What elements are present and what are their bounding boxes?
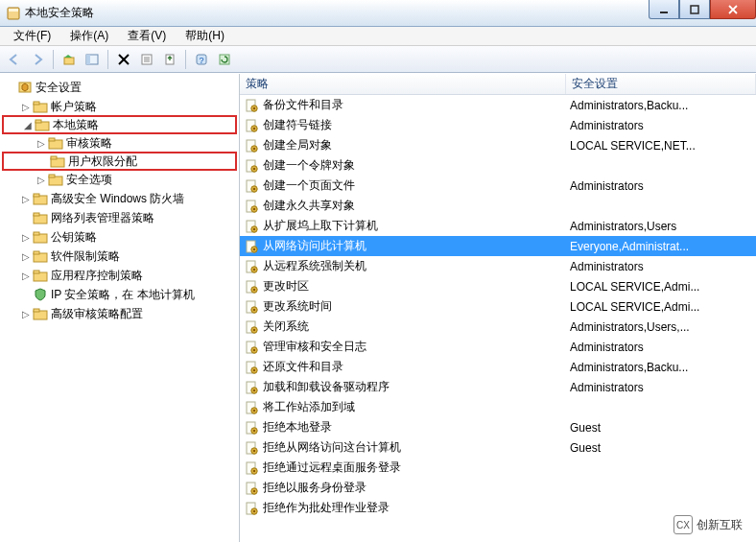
tree-item[interactable]: 网络列表管理器策略: [2, 208, 237, 227]
list-row[interactable]: 从网络访问此计算机Everyone,Administrat...: [240, 236, 756, 256]
expander-icon[interactable]: ▷: [19, 271, 33, 281]
tree-item-label: 安全选项: [66, 172, 112, 188]
properties-button[interactable]: [136, 49, 157, 70]
policy-text: 从网络访问此计算机: [263, 238, 366, 254]
list-row[interactable]: 创建一个令牌对象: [240, 155, 756, 176]
expander-icon[interactable]: ▷: [19, 194, 33, 204]
menu-action[interactable]: 操作(A): [60, 26, 118, 46]
svg-rect-104: [253, 510, 255, 512]
policy-icon: [244, 239, 259, 254]
menu-help[interactable]: 帮助(H): [176, 26, 234, 46]
cell-setting: Administrators,Backu...: [566, 361, 756, 374]
policy-icon: [244, 501, 259, 516]
expander-icon[interactable]: ▷: [19, 102, 33, 112]
list-row[interactable]: 备份文件和目录Administrators,Backu...: [240, 95, 756, 115]
svg-rect-92: [253, 430, 255, 432]
expander-icon[interactable]: ▷: [35, 138, 48, 149]
svg-rect-37: [34, 251, 39, 254]
tree-item[interactable]: ▷应用程序控制策略: [2, 266, 237, 285]
menu-view[interactable]: 查看(V): [118, 26, 176, 46]
refresh-button[interactable]: [214, 49, 235, 70]
forward-button[interactable]: [27, 49, 48, 70]
show-hide-tree-button[interactable]: [82, 49, 103, 70]
policy-icon: [244, 440, 259, 456]
security-root-icon: [17, 80, 33, 95]
list-row[interactable]: 加载和卸载设备驱动程序Administrators: [240, 377, 756, 397]
list-panel: 策略 安全设置 备份文件和目录Administrators,Backu...创建…: [240, 74, 756, 542]
tree-item-label: 高级审核策略配置: [51, 306, 143, 322]
list-row[interactable]: 关闭系统Administrators,Users,...: [240, 317, 756, 337]
list-row[interactable]: 还原文件和目录Administrators,Backu...: [240, 357, 756, 377]
list-row[interactable]: 创建一个页面文件Administrators: [240, 176, 756, 196]
app-icon: [6, 6, 21, 21]
list-row[interactable]: 拒绝本地登录Guest: [240, 417, 756, 437]
tree-item[interactable]: IP 安全策略，在 本地计算机: [2, 285, 237, 304]
list-row[interactable]: 拒绝从网络访问这台计算机Guest: [240, 437, 756, 458]
watermark-logo-icon: CX: [673, 515, 693, 534]
list-row[interactable]: 更改时区LOCAL SERVICE,Admi...: [240, 276, 756, 296]
list-row[interactable]: 将工作站添加到域: [240, 397, 756, 417]
tree-item[interactable]: ▷公钥策略: [2, 227, 237, 247]
up-button[interactable]: [59, 49, 80, 70]
policy-icon: [244, 460, 259, 476]
folder-icon: [35, 117, 50, 132]
list-row[interactable]: 创建永久共享对象: [240, 196, 756, 216]
help-button[interactable]: ?: [191, 49, 212, 70]
tree-item-label: IP 安全策略，在 本地计算机: [51, 287, 195, 303]
expander-icon[interactable]: ▷: [19, 251, 33, 262]
cell-policy: 从扩展坞上取下计算机: [240, 218, 566, 234]
list-row[interactable]: 从远程系统强制关机Administrators: [240, 256, 756, 276]
folder-icon: [33, 99, 48, 114]
svg-rect-80: [253, 349, 255, 351]
list-row[interactable]: 拒绝通过远程桌面服务登录: [240, 458, 756, 478]
close-button[interactable]: [710, 0, 756, 19]
policy-icon: [244, 98, 259, 113]
cell-setting: LOCAL SERVICE,Admi...: [566, 300, 756, 314]
cell-policy: 拒绝本地登录: [240, 419, 566, 436]
list-row[interactable]: 更改系统时间LOCAL SERVICE,Admi...: [240, 296, 756, 317]
back-button[interactable]: [4, 49, 25, 70]
tree-item-label: 用户权限分配: [68, 153, 137, 170]
cell-policy: 还原文件和目录: [240, 359, 566, 375]
cell-setting: Guest: [566, 421, 756, 435]
minimize-button[interactable]: [649, 0, 679, 19]
list-row[interactable]: 管理审核和安全日志Administrators: [240, 337, 756, 357]
expander-icon[interactable]: ▷: [19, 309, 33, 319]
toolbar-separator: [185, 50, 186, 69]
maximize-button[interactable]: [679, 0, 710, 19]
cell-policy: 管理审核和安全日志: [240, 339, 566, 355]
svg-rect-83: [253, 369, 255, 371]
tree-item[interactable]: ▷审核策略: [2, 133, 237, 153]
tree-item[interactable]: ▷高级审核策略配置: [2, 304, 237, 323]
tree-item[interactable]: ▷软件限制策略: [2, 247, 237, 266]
menu-file[interactable]: 文件(F): [4, 26, 60, 46]
policy-icon: [244, 400, 259, 415]
list-row[interactable]: 拒绝以服务身份登录: [240, 478, 756, 498]
expander-icon[interactable]: ▷: [35, 175, 48, 185]
list-row[interactable]: 创建全局对象LOCAL SERVICE,NET...: [240, 135, 756, 155]
list-row[interactable]: 创建符号链接Administrators: [240, 115, 756, 135]
export-button[interactable]: [159, 49, 180, 70]
tree-panel[interactable]: 安全设置 ▷帐户策略◢本地策略▷审核策略用户权限分配▷安全选项▷高级安全 Win…: [0, 74, 240, 542]
tree-item[interactable]: 用户权限分配: [2, 152, 237, 171]
tree-root[interactable]: 安全设置: [2, 78, 237, 97]
tree-item[interactable]: ◢本地策略: [2, 115, 237, 134]
svg-rect-62: [253, 228, 255, 230]
list-body[interactable]: 备份文件和目录Administrators,Backu...创建符号链接Admi…: [240, 95, 756, 542]
expander-icon[interactable]: ◢: [21, 120, 35, 130]
tree-item[interactable]: ▷安全选项: [2, 170, 237, 189]
column-header-setting[interactable]: 安全设置: [566, 74, 756, 94]
column-header-policy[interactable]: 策略: [240, 74, 566, 94]
tree-item-label: 应用程序控制策略: [51, 268, 143, 284]
cell-setting: Administrators: [566, 260, 756, 273]
delete-button[interactable]: [113, 49, 134, 70]
tree-item[interactable]: ▷帐户策略: [2, 97, 237, 116]
tree-item[interactable]: ▷高级安全 Windows 防火墙: [2, 189, 237, 208]
cell-policy: 更改系统时间: [240, 298, 566, 315]
policy-text: 创建永久共享对象: [263, 198, 355, 214]
cell-policy: 创建一个页面文件: [240, 177, 566, 194]
folder-icon: [33, 229, 48, 245]
expander-icon[interactable]: ▷: [19, 232, 33, 243]
list-row[interactable]: 从扩展坞上取下计算机Administrators,Users: [240, 216, 756, 236]
policy-icon: [244, 380, 259, 395]
